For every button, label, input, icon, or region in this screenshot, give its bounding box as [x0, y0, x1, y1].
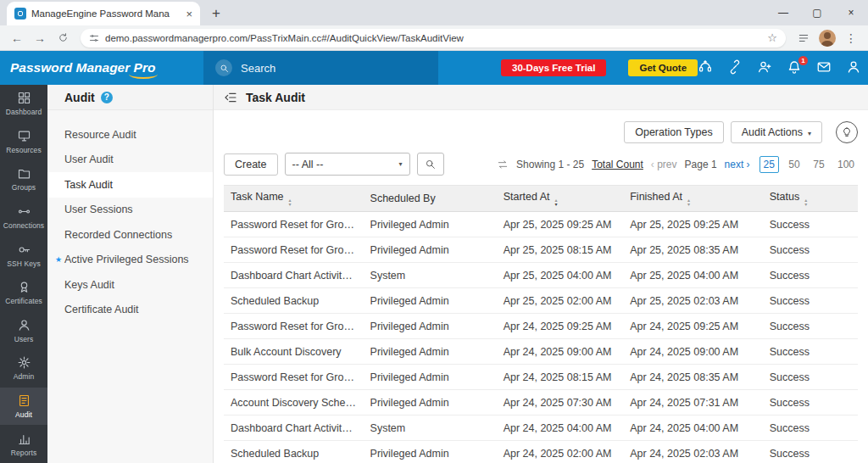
free-trial-button[interactable]: 30-Days Free Trial — [501, 59, 606, 76]
back-button[interactable]: ← — [7, 28, 27, 48]
window-restore-button[interactable]: ▢ — [800, 0, 834, 25]
audit-nav-item-user-sessions[interactable]: User Sessions — [47, 198, 213, 223]
left-rail: DashboardResourcesGroupsConnectionsSSH K… — [0, 85, 47, 463]
new-tab-button[interactable]: + — [205, 3, 227, 25]
audit-nav-item-active-privileged-sessions[interactable]: ★Active Privileged Sessions — [47, 248, 213, 273]
global-search[interactable]: Search — [203, 51, 438, 85]
audit-nav-item-recorded-connections[interactable]: Recorded Connections — [47, 222, 213, 248]
help-icon[interactable]: ? — [101, 92, 113, 103]
column-header-status[interactable]: Status▴▾ — [763, 186, 858, 212]
sidebar-item-reports[interactable]: Reports — [0, 425, 47, 463]
tips-bulb-icon[interactable] — [836, 121, 858, 143]
column-header-finished-at[interactable]: Finished At▴▾ — [623, 186, 763, 212]
cell-status: Success — [763, 390, 858, 416]
connections-icon — [17, 204, 31, 219]
table-row[interactable]: Password Reset for Group - De...Privileg… — [224, 237, 858, 263]
notifications-bell-icon[interactable]: 1 — [787, 59, 804, 76]
reading-list-icon[interactable] — [793, 28, 814, 48]
table-row[interactable]: Scheduled BackupPrivileged AdminApr 24, … — [224, 441, 858, 463]
cell-started-at: Apr 24, 2025 04:00 AM — [497, 416, 624, 441]
prev-page-button[interactable]: ‹ prev — [651, 159, 677, 170]
column-header-started-at[interactable]: Started At▴▾ — [497, 186, 624, 212]
sort-icon[interactable]: ▴▾ — [555, 198, 558, 206]
cell-task-name: Scheduled Backup — [224, 441, 364, 463]
page-size-25[interactable]: 25 — [760, 156, 779, 173]
audit-nav-item-label: Resource Audit — [64, 129, 136, 141]
table-row[interactable]: Dashboard Chart Activity Sche...SystemAp… — [224, 416, 858, 441]
cell-status: Success — [763, 212, 858, 237]
browser-menu-icon[interactable]: ⋮ — [841, 28, 861, 48]
star-icon: ★ — [55, 255, 62, 264]
get-quote-button[interactable]: Get Quote — [628, 59, 698, 76]
feedback-mail-icon[interactable] — [816, 59, 833, 76]
sidebar-item-label: Resources — [6, 146, 42, 154]
sidebar-item-connections[interactable]: Connections — [0, 198, 47, 237]
audit-nav-item-label: Keys Audit — [64, 279, 114, 291]
link-icon[interactable] — [727, 59, 744, 76]
tab-close-icon[interactable]: × — [186, 8, 192, 20]
table-row[interactable]: Dashboard Chart Activity Sche...SystemAp… — [224, 263, 858, 288]
page-size-100[interactable]: 100 — [834, 156, 858, 173]
total-count-link[interactable]: Total Count — [592, 159, 643, 170]
table-row[interactable]: Password Reset for Group - De...Privileg… — [224, 365, 858, 390]
table-row[interactable]: Password Reset for Group - N...Privilege… — [224, 314, 858, 339]
audit-nav-item-resource-audit[interactable]: Resource Audit — [47, 122, 213, 148]
reports-icon — [17, 432, 31, 446]
audit-nav-item-task-audit[interactable]: Task Audit — [47, 172, 213, 198]
window-minimize-button[interactable]: — — [766, 0, 800, 25]
invite-user-icon[interactable] — [757, 59, 774, 76]
operation-types-button[interactable]: Operation Types — [624, 121, 724, 143]
audit-nav-item-keys-audit[interactable]: Keys Audit — [47, 272, 213, 298]
sort-icon[interactable]: ▴▾ — [289, 198, 292, 206]
table-row[interactable]: Bulk Account DiscoveryPrivileged AdminAp… — [224, 339, 858, 365]
profile-icon[interactable] — [846, 59, 863, 76]
column-label: Task Name — [231, 191, 284, 203]
sidebar-item-audit[interactable]: Audit — [0, 388, 47, 426]
sidebar-item-groups[interactable]: Groups — [0, 160, 47, 198]
sort-icon[interactable]: ▴▾ — [804, 198, 807, 206]
browser-profile-avatar[interactable] — [819, 30, 836, 47]
page-size-50[interactable]: 50 — [785, 156, 804, 173]
column-header-task-name[interactable]: Task Name▴▾ — [224, 186, 364, 212]
page-size-75[interactable]: 75 — [810, 156, 828, 173]
cell-status: Success — [763, 263, 858, 288]
cell-task-name: Account Discovery Schedule - ... — [224, 390, 364, 416]
sort-icon[interactable]: ▴▾ — [687, 198, 690, 206]
support-icon[interactable] — [698, 59, 715, 76]
cell-task-name: Bulk Account Discovery — [224, 339, 364, 365]
collapse-menu-icon[interactable] — [224, 91, 237, 104]
audit-nav-item-certificate-audit[interactable]: Certificate Audit — [47, 298, 213, 323]
next-page-button[interactable]: next › — [725, 159, 750, 170]
sidebar-item-dashboard[interactable]: Dashboard — [0, 85, 47, 123]
sidebar-item-ssh-keys[interactable]: SSH Keys — [0, 236, 47, 274]
forward-button[interactable]: → — [30, 28, 50, 48]
audit-actions-button[interactable]: Audit Actions▾ — [731, 121, 822, 143]
table-row[interactable]: Scheduled BackupPrivileged AdminApr 25, … — [224, 288, 858, 314]
filter-select[interactable]: -- All -- ▾ — [285, 153, 410, 176]
bookmark-star-icon[interactable]: ☆ — [767, 31, 777, 44]
filter-selected-value: -- All -- — [292, 159, 324, 170]
users-icon — [17, 318, 31, 332]
app-logo[interactable]: Password Manager Pro — [0, 60, 203, 75]
browser-tab[interactable]: ManageEngine Password Mana × — [7, 2, 200, 25]
create-button[interactable]: Create — [224, 153, 278, 176]
address-bar[interactable]: demo.passwordmanagerpro.com/PassTrixMain… — [81, 29, 786, 47]
audit-nav-item-user-audit[interactable]: User Audit — [47, 148, 213, 173]
table-row[interactable]: Password Reset for Group - N...Privilege… — [224, 212, 858, 237]
app-logo-text: Password Manager Pro — [10, 60, 155, 75]
cell-started-at: Apr 24, 2025 02:00 AM — [497, 441, 624, 463]
site-settings-icon[interactable] — [89, 33, 99, 43]
sidebar-item-certificates[interactable]: Certificates — [0, 274, 47, 312]
cell-started-at: Apr 24, 2025 09:00 AM — [497, 339, 624, 365]
sidebar-item-resources[interactable]: Resources — [0, 123, 47, 161]
sidebar-item-admin[interactable]: Admin — [0, 349, 47, 388]
refresh-icon[interactable] — [497, 159, 509, 170]
cell-scheduled-by: Privileged Admin — [364, 237, 497, 263]
cell-status: Success — [763, 441, 858, 463]
table-row[interactable]: Account Discovery Schedule - ...Privileg… — [224, 390, 858, 416]
table-search-button[interactable] — [417, 153, 444, 176]
dashboard-icon — [17, 91, 31, 105]
window-close-button[interactable]: × — [834, 0, 868, 25]
reload-button[interactable] — [53, 28, 73, 48]
sidebar-item-users[interactable]: Users — [0, 312, 47, 350]
